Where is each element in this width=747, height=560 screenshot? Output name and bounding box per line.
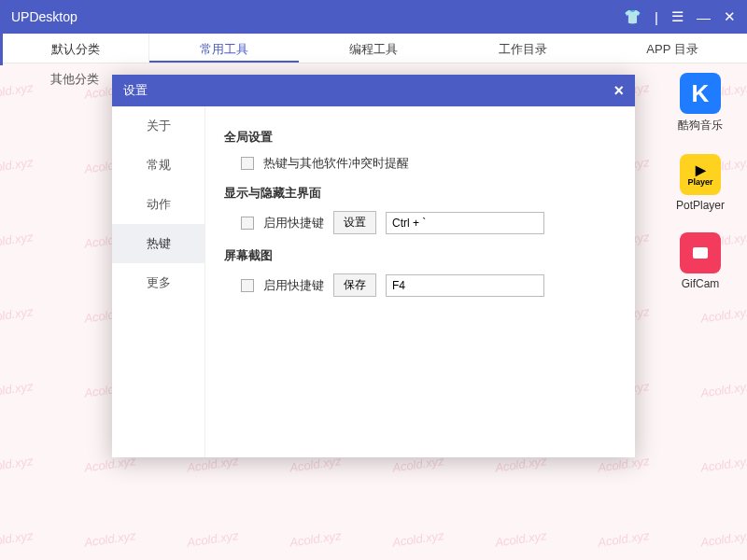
divider-icon: | [655, 9, 658, 25]
main-bar: 默认分类 常用工具 编程工具 工作目录 APP 目录 [0, 34, 747, 63]
tab-dev-tools[interactable]: 编程工具 [299, 34, 448, 63]
row-toggle: 启用快捷键 设置 [224, 211, 616, 234]
nav-general[interactable]: 常规 [112, 146, 204, 185]
row-conflict: 热键与其他软件冲突时提醒 [224, 155, 616, 172]
app-label: PotPlayer [676, 199, 725, 212]
section-toggle-title: 显示与隐藏主界面 [224, 185, 616, 202]
window-controls: 👕 | ☰ — ✕ [624, 8, 736, 25]
toggle-checkbox[interactable] [241, 217, 254, 230]
settings-dialog: 设置 × 关于 常规 动作 热键 更多 全局设置 热键与其他软件冲突时提醒 显示… [112, 75, 635, 457]
app-potplayer[interactable]: Player PotPlayer [676, 154, 725, 212]
screenshot-label: 启用快捷键 [263, 277, 324, 294]
tab-strip: 常用工具 编程工具 工作目录 APP 目录 [149, 34, 747, 63]
tab-app-dir[interactable]: APP 目录 [598, 34, 747, 63]
close-window-icon[interactable]: ✕ [724, 8, 736, 25]
nav-actions[interactable]: 动作 [112, 185, 204, 224]
gifcam-icon [680, 232, 721, 273]
screenshot-save-button[interactable]: 保存 [333, 273, 376, 297]
section-global-title: 全局设置 [224, 129, 616, 146]
screenshot-checkbox[interactable] [241, 279, 254, 292]
app-list: K 酷狗音乐 Player PotPlayer GifCam [663, 73, 738, 290]
dialog-header: 设置 × [112, 75, 635, 106]
toggle-set-button[interactable]: 设置 [333, 211, 376, 234]
toggle-hotkey-input[interactable] [386, 212, 544, 234]
app-gifcam[interactable]: GifCam [680, 232, 721, 290]
dialog-content: 全局设置 热键与其他软件冲突时提醒 显示与隐藏主界面 启用快捷键 设置 屏幕截图… [205, 106, 635, 457]
category-column: 默认分类 [0, 34, 149, 63]
nav-about[interactable]: 关于 [112, 106, 204, 146]
nav-hotkeys[interactable]: 热键 [112, 224, 204, 263]
category-default[interactable]: 默认分类 [0, 34, 148, 65]
dialog-nav: 关于 常规 动作 热键 更多 [112, 106, 205, 457]
section-screenshot-title: 屏幕截图 [224, 247, 616, 264]
app-kugou[interactable]: K 酷狗音乐 [678, 73, 723, 133]
tab-work-dir[interactable]: 工作目录 [448, 34, 598, 63]
dialog-title: 设置 [123, 82, 148, 99]
row-screenshot: 启用快捷键 保存 [224, 273, 616, 297]
app-label: GifCam [682, 277, 720, 290]
kugou-icon: K [680, 73, 721, 114]
titlebar: UPDesktop 👕 | ☰ — ✕ [0, 0, 747, 34]
conflict-label: 热键与其他软件冲突时提醒 [263, 155, 409, 172]
app-label: 酷狗音乐 [678, 118, 723, 133]
conflict-checkbox[interactable] [241, 157, 254, 170]
screenshot-hotkey-input[interactable] [386, 274, 544, 297]
tab-common-tools[interactable]: 常用工具 [149, 34, 299, 63]
app-title: UPDesktop [11, 9, 78, 24]
menu-icon[interactable]: ☰ [671, 8, 684, 25]
close-icon[interactable]: × [613, 81, 624, 101]
minimize-icon[interactable]: — [697, 9, 711, 25]
nav-more[interactable]: 更多 [112, 263, 204, 302]
shirt-icon[interactable]: 👕 [624, 8, 641, 25]
dialog-body: 关于 常规 动作 热键 更多 全局设置 热键与其他软件冲突时提醒 显示与隐藏主界… [112, 106, 635, 457]
potplayer-icon: Player [680, 154, 721, 195]
toggle-label: 启用快捷键 [263, 215, 324, 231]
